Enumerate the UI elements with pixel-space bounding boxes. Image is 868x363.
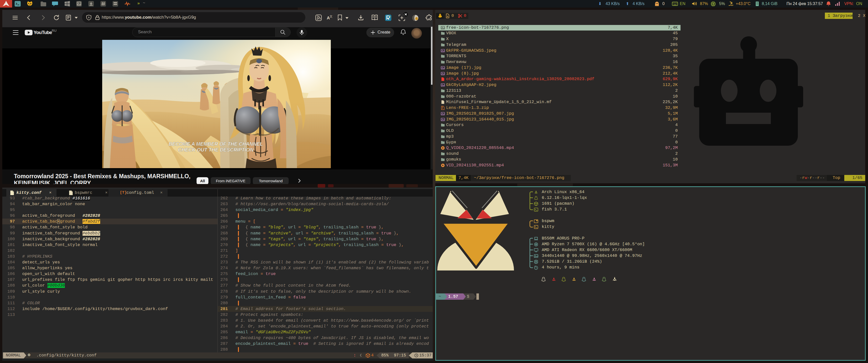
svg-text:BECOME A MEMBER OF THE CHANNEL: BECOME A MEMBER OF THE CHANNEL (168, 141, 263, 147)
svg-text:CHECK OUT THE DESCRIPTION: CHECK OUT THE DESCRIPTION (178, 147, 254, 153)
svg-text:文: 文 (330, 14, 333, 18)
